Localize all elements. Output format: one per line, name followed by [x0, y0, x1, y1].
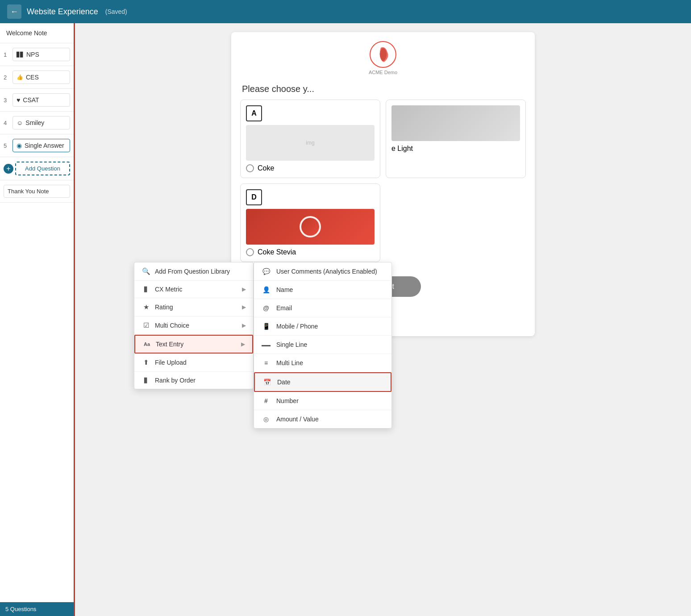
option-a-radio[interactable] — [246, 164, 254, 172]
smiley-icon: ☺ — [17, 119, 23, 126]
text-entry-submenu: 💬 User Comments (Analytics Enabled) 👤 Na… — [254, 262, 392, 429]
sidebar: Welcome Note 1 ▊ NPS 2 👍 CES 3 ♥ CSAT — [0, 23, 75, 616]
date-icon: 📅 — [262, 379, 272, 386]
comment-icon: 💬 — [261, 268, 271, 275]
add-question-dropdown: 🔍 Add From Question Library ▊ CX Metric … — [134, 262, 254, 389]
phone-icon: 📱 — [261, 323, 271, 330]
submenu-item-user-comments[interactable]: 💬 User Comments (Analytics Enabled) — [254, 262, 391, 281]
add-plus-button[interactable]: + — [4, 164, 13, 174]
option-a-badge: A — [246, 105, 262, 121]
dropdown-item-cx-metric[interactable]: ▊ CX Metric ▶ — [134, 281, 253, 298]
rating-icon: ★ — [142, 303, 150, 311]
submenu-item-multi-line[interactable]: ≡ Multi Line — [254, 354, 391, 372]
sidebar-item-nps[interactable]: 1 ▊ NPS — [0, 43, 74, 66]
text-entry-icon: Aa — [142, 341, 151, 347]
dropdown-item-multi-choice[interactable]: ☑ Multi Choice ▶ — [134, 316, 253, 335]
submenu-item-email[interactable]: @ Email — [254, 299, 391, 317]
ces-icon: 👍 — [17, 74, 23, 80]
option-a-row: Coke — [246, 164, 375, 172]
back-button[interactable]: ← — [7, 4, 21, 19]
main-content: ACME Demo Please choose y... A — [75, 23, 691, 616]
single-answer-icon: ◉ — [17, 142, 22, 149]
single-line-icon: ▬▬ — [261, 342, 271, 347]
name-icon: 👤 — [261, 286, 271, 293]
amount-icon: ◎ — [261, 416, 271, 423]
file-upload-icon: ⬆ — [142, 358, 150, 366]
option-a-card[interactable]: A img Coke — [240, 100, 380, 178]
cx-metric-icon: ▊ — [142, 287, 150, 292]
submenu-item-mobile-phone[interactable]: 📱 Mobile / Phone — [254, 317, 391, 336]
add-question-button[interactable]: Add Question — [15, 162, 70, 175]
survey-question-title: Please choose y... — [231, 84, 535, 100]
saved-status: (Saved) — [105, 8, 127, 15]
add-question-row: + Add Question — [0, 157, 74, 180]
option-d-badge: D — [246, 189, 262, 205]
nps-icon: ▊ — [17, 52, 24, 58]
sidebar-item-ces[interactable]: 2 👍 CES — [0, 66, 74, 89]
sidebar-item-single-answer[interactable]: 5 ◉ Single Answer — [0, 134, 74, 157]
dropdown-item-text-entry[interactable]: Aa Text Entry ▶ — [134, 335, 253, 354]
option-d-row: Coke Stevia — [246, 248, 375, 256]
email-icon: @ — [261, 304, 271, 312]
dropdown-item-rating[interactable]: ★ Rating ▶ — [134, 298, 253, 316]
rank-icon: ▊ — [142, 378, 150, 383]
page-title: Website Experience — [27, 7, 98, 17]
submenu-item-name[interactable]: 👤 Name — [254, 281, 391, 299]
option-a-image: img — [246, 125, 375, 161]
sidebar-item-smiley[interactable]: 4 ☺ Smiley — [0, 112, 74, 134]
dropdown-item-file-upload[interactable]: ⬆ File Upload — [134, 354, 253, 372]
option-b-card[interactable]: e Light — [386, 100, 526, 178]
sidebar-bottom-bar: 5 Questions — [0, 602, 74, 616]
sidebar-item-welcome[interactable]: Welcome Note — [0, 23, 74, 43]
product-options-grid: A img Coke e Light — [231, 100, 535, 269]
chevron-right-icon-rating: ▶ — [242, 304, 246, 310]
option-d-image — [246, 209, 375, 245]
sidebar-item-thank-you[interactable]: Thank You Note — [0, 180, 74, 203]
sidebar-item-csat[interactable]: 3 ♥ CSAT — [0, 89, 74, 112]
number-icon: # — [261, 397, 271, 404]
option-b-image — [391, 105, 520, 141]
company-name: ACME Demo — [369, 70, 397, 75]
multi-choice-icon: ☑ — [142, 321, 150, 329]
chevron-right-icon-multi: ▶ — [242, 322, 246, 329]
header: ← Website Experience (Saved) — [0, 0, 691, 23]
multi-line-icon: ≡ — [261, 359, 271, 366]
search-icon: 🔍 — [142, 267, 150, 275]
submenu-item-date[interactable]: 📅 Date — [254, 372, 391, 392]
survey-logo — [370, 41, 396, 68]
submenu-item-amount-value[interactable]: ◎ Amount / Value — [254, 410, 391, 428]
chevron-right-icon: ▶ — [242, 286, 246, 292]
chevron-right-icon-text: ▶ — [241, 341, 245, 347]
dropdown-item-add-from-library[interactable]: 🔍 Add From Question Library — [134, 262, 253, 281]
option-d-radio[interactable] — [246, 248, 254, 256]
survey-logo-section: ACME Demo — [231, 32, 535, 84]
main-layout: Welcome Note 1 ▊ NPS 2 👍 CES 3 ♥ CSAT — [0, 23, 691, 616]
submenu-item-number[interactable]: # Number — [254, 392, 391, 410]
option-d-card[interactable]: D Coke Stevia — [240, 183, 380, 262]
submenu-item-single-line[interactable]: ▬▬ Single Line — [254, 336, 391, 354]
csat-icon: ♥ — [17, 96, 20, 104]
dropdown-item-rank-by-order[interactable]: ▊ Rank by Order — [134, 372, 253, 389]
